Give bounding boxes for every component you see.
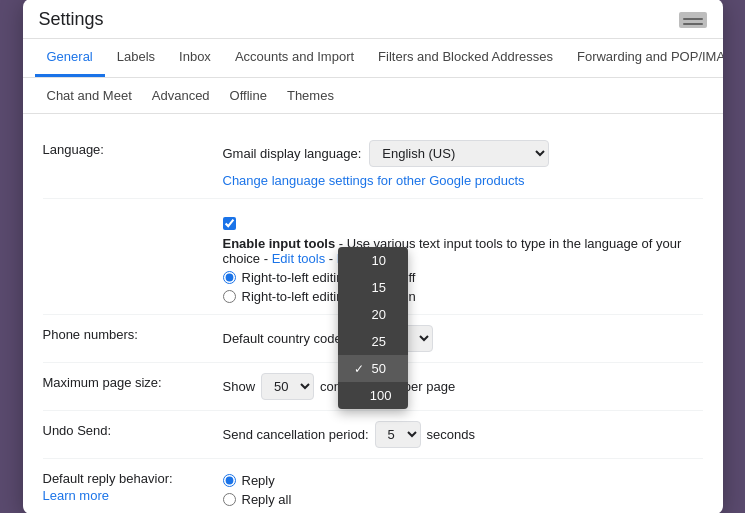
- send-cancel-label: Send cancellation period:: [223, 427, 369, 442]
- rtl-off-radio[interactable]: [223, 271, 236, 284]
- send-period-select[interactable]: 5: [375, 421, 421, 448]
- dropdown-item-25[interactable]: 25: [338, 328, 408, 355]
- reply-all-radio-row: Reply all: [223, 492, 703, 507]
- title-bar: Settings: [23, 0, 723, 39]
- check-10: [354, 254, 366, 268]
- input-tools-text: Enable input tools - Use various text in…: [223, 236, 703, 266]
- rtl-off-row: Right-to-left editing support off: [223, 270, 703, 285]
- dropdown-label-10: 10: [372, 253, 386, 268]
- subtab-advanced[interactable]: Advanced: [144, 84, 218, 107]
- dropdown-item-100[interactable]: 100: [338, 382, 408, 409]
- page-size-dropdown[interactable]: 10 15 20 25 ✓ 50 100: [338, 247, 408, 409]
- check-50: ✓: [354, 362, 366, 376]
- check-15: [354, 281, 366, 295]
- input-tools-label: [43, 209, 223, 211]
- sub-tabs: Chat and Meet Advanced Offline Themes: [23, 78, 723, 114]
- default-reply-setting: Default reply behavior: Learn more Reply…: [43, 459, 703, 513]
- tab-inbox[interactable]: Inbox: [167, 39, 223, 77]
- input-tools-checkbox-row: Enable input tools - Use various text in…: [223, 217, 703, 266]
- settings-window: Settings General Labels Inbox Accounts a…: [23, 0, 723, 513]
- subtab-themes[interactable]: Themes: [279, 84, 342, 107]
- undo-send-control: Send cancellation period: 5 seconds: [223, 421, 703, 448]
- dropdown-item-15[interactable]: 15: [338, 274, 408, 301]
- input-tools-dash: -: [329, 251, 337, 266]
- check-20: [354, 308, 366, 322]
- display-language-label: Gmail display language:: [223, 146, 362, 161]
- phone-numbers-label: Phone numbers:: [43, 325, 223, 342]
- svg-rect-1: [683, 23, 703, 25]
- check-25: [354, 335, 366, 349]
- language-select[interactable]: English (US): [369, 140, 549, 167]
- window-title: Settings: [39, 9, 104, 30]
- dropdown-label-15: 15: [372, 280, 386, 295]
- tab-forwarding[interactable]: Forwarding and POP/IMAP: [565, 39, 723, 77]
- rtl-on-radio[interactable]: [223, 290, 236, 303]
- dropdown-label-100: 100: [370, 388, 392, 403]
- rtl-on-row: Right-to-left editing support on: [223, 289, 703, 304]
- reply-radio[interactable]: [223, 474, 236, 487]
- reply-label: Reply: [242, 473, 275, 488]
- tab-general[interactable]: General: [35, 39, 105, 77]
- max-page-size-label: Maximum page size:: [43, 373, 223, 390]
- tab-accounts[interactable]: Accounts and Import: [223, 39, 366, 77]
- dropdown-item-50[interactable]: ✓ 50: [338, 355, 408, 382]
- tab-labels[interactable]: Labels: [105, 39, 167, 77]
- reply-radio-row: Reply: [223, 473, 703, 488]
- default-reply-control: Reply Reply all: [223, 469, 703, 507]
- default-reply-label: Default reply behavior: Learn more: [43, 469, 223, 503]
- subtab-chat[interactable]: Chat and Meet: [39, 84, 140, 107]
- nav-tabs: General Labels Inbox Accounts and Import…: [23, 39, 723, 78]
- dropdown-label-50: 50: [372, 361, 386, 376]
- undo-send-label: Undo Send:: [43, 421, 223, 438]
- subtab-offline[interactable]: Offline: [222, 84, 275, 107]
- input-tools-control: Enable input tools - Use various text in…: [223, 209, 703, 304]
- tab-filters[interactable]: Filters and Blocked Addresses: [366, 39, 565, 77]
- input-tools-checkbox[interactable]: [223, 217, 236, 230]
- page-size-select[interactable]: 50: [261, 373, 314, 400]
- seconds-label: seconds: [427, 427, 475, 442]
- language-label: Language:: [43, 140, 223, 157]
- dropdown-label-20: 20: [372, 307, 386, 322]
- reply-all-label: Reply all: [242, 492, 292, 507]
- language-control: Gmail display language: English (US) Cha…: [223, 140, 703, 188]
- language-setting: Language: Gmail display language: Englis…: [43, 130, 703, 199]
- change-language-link[interactable]: Change language settings for other Googl…: [223, 173, 525, 188]
- dropdown-item-10[interactable]: 10: [338, 247, 408, 274]
- reply-learn-more[interactable]: Learn more: [43, 488, 223, 503]
- reply-all-radio[interactable]: [223, 493, 236, 506]
- edit-tools-link[interactable]: Edit tools: [272, 251, 325, 266]
- check-100: [354, 389, 364, 403]
- input-tools-strong: Enable input tools: [223, 236, 336, 251]
- svg-rect-0: [683, 18, 703, 20]
- max-page-size-control: Show 50 conversations per page: [223, 373, 703, 400]
- default-country-label: Default country code:: [223, 331, 346, 346]
- dropdown-item-20[interactable]: 20: [338, 301, 408, 328]
- language-row: Gmail display language: English (US): [223, 140, 703, 167]
- default-reply-title: Default reply behavior:: [43, 471, 173, 486]
- undo-send-setting: Undo Send: Send cancellation period: 5 s…: [43, 411, 703, 459]
- show-label: Show: [223, 379, 256, 394]
- phone-numbers-control: Default country code: Nigeria: [223, 325, 703, 352]
- window-controls[interactable]: [679, 12, 707, 28]
- dropdown-label-25: 25: [372, 334, 386, 349]
